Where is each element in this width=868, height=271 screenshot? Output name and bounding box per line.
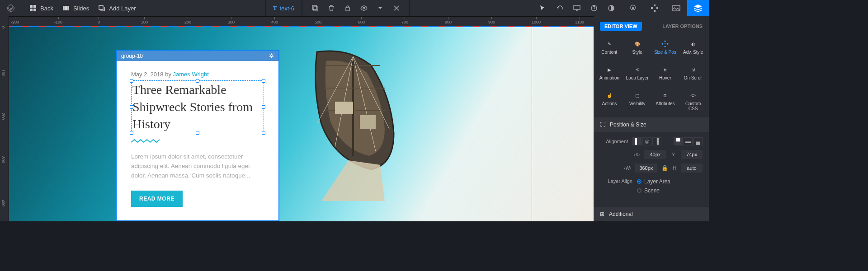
svg-rect-3 [30,9,33,11]
align-right-icon[interactable]: ▐ [652,137,661,145]
top-toolbar: Back Slides Add Layer T text-6 [0,0,709,16]
tab-hover[interactable]: 🖱Hover [651,63,679,83]
radio-scene[interactable]: Scene [637,186,670,195]
property-tabs-row-2: ▶Animation ⟲Loop Layer 🖱Hover ⇲On Scroll [594,59,709,85]
align-left-icon[interactable]: ▌ [632,137,642,145]
svg-rect-2 [33,5,36,8]
move-icon [652,40,679,48]
selected-layer-indicator[interactable]: T text-6 [273,5,294,12]
lock-icon[interactable] [342,3,353,14]
svg-rect-11 [346,8,349,11]
tab-visibility[interactable]: ▢Visibility [623,89,651,114]
undo-icon[interactable] [554,3,565,14]
palette-icon: 🎨 [624,40,651,48]
section-additional[interactable]: ⊞ Additional [594,207,709,221]
headline-text[interactable]: Three Remarkable Shipwreck Stories from … [132,81,263,132]
text-icon: T [273,5,277,12]
resize-handle[interactable] [196,131,199,135]
resize-handle[interactable] [262,79,265,83]
editor-canvas[interactable]: group-10 ✲ May 2, 2018 by James Wright T… [9,26,594,221]
svg-line-26 [317,56,353,124]
settings-panel-icon[interactable] [622,0,644,16]
media-panel-icon[interactable] [665,0,687,16]
tab-size-pos[interactable]: Size & Pos [651,37,679,57]
tab-adv-style[interactable]: ◐Adv. Style [679,37,707,57]
tab-animation[interactable]: ▶Animation [595,63,623,83]
read-more-button[interactable]: READ MORE [131,191,183,207]
loop-icon: ⟲ [624,65,651,74]
resize-handle[interactable] [130,79,133,83]
group-header[interactable]: group-10 ✲ [117,51,278,61]
w-input[interactable] [635,164,657,173]
resize-handle[interactable] [262,131,265,135]
tab-style[interactable]: 🎨Style [623,37,651,57]
radio-unchecked-icon [637,188,642,193]
tab-attributes[interactable]: 🗎Attributes [651,89,679,114]
align-bottom-icon[interactable]: ▄ [693,137,703,145]
code-icon: <> [680,91,706,99]
h-input[interactable] [681,164,703,173]
align-top-icon[interactable]: ▀ [674,137,683,145]
document-icon: 🗎 [652,91,679,99]
meta-author-link[interactable]: James Wright [173,71,209,78]
section-position-size[interactable]: ⛶ Position & Size [594,117,709,132]
delete-icon[interactable] [326,3,337,14]
chevron-down-icon[interactable] [375,3,386,14]
resize-handle[interactable] [130,131,133,135]
slides-button[interactable]: Slides [62,5,89,12]
resize-handle[interactable] [196,79,199,83]
scroll-icon: ⇲ [680,65,706,74]
wordpress-icon[interactable] [7,5,14,12]
grid-icon [29,5,37,12]
slides-icon [62,5,70,12]
navigation-panel-icon[interactable] [644,0,665,16]
text-layer-selection[interactable]: Three Remarkable Shipwreck Stories from … [131,80,264,133]
h-label: H [672,166,676,171]
svg-rect-31 [360,115,376,129]
layer-align-label: Layer Align [600,177,632,184]
group-options-icon[interactable]: ✲ [269,52,274,59]
svg-rect-5 [63,6,65,10]
tab-custom-css[interactable]: <>Custom CSS [679,89,707,114]
svg-rect-9 [312,5,316,9]
tab-loop-layer[interactable]: ⟲Loop Layer [623,63,651,83]
post-meta: May 2, 2018 by James Wright [131,71,264,78]
svg-rect-7 [67,6,69,10]
vertical-ruler: 0100200300400 [0,16,9,221]
lock-aspect-icon[interactable]: 🔒 [661,165,668,171]
property-tabs-row-1: ✎Content 🎨Style Size & Pos ◐Adv. Style [594,33,709,59]
visibility-icon[interactable] [359,3,369,14]
preview-icon[interactable] [571,3,582,14]
back-label: Back [40,5,53,12]
cursor-icon[interactable] [537,3,548,14]
add-layer-icon [98,5,105,12]
svg-line-28 [335,56,353,147]
group-card[interactable]: group-10 ✲ May 2, 2018 by James Wright T… [116,50,279,221]
y-label: Y [670,152,676,157]
radio-checked-icon [637,179,642,184]
horizontal-ruler: -200-10001002003004005006007008009001000… [9,16,594,26]
radio-layer-area[interactable]: Layer Area [637,177,670,186]
copy-icon[interactable] [310,3,321,14]
layers-panel-icon[interactable] [687,0,709,16]
add-layer-button[interactable]: Add Layer [98,5,136,12]
back-button[interactable]: Back [29,5,53,12]
help-icon[interactable] [589,3,599,14]
resize-handle[interactable] [130,105,133,109]
v-align-buttons: ▀ ▬ ▄ [674,137,703,145]
tab-on-scroll[interactable]: ⇲On Scroll [679,63,707,83]
resize-handle[interactable] [262,105,265,109]
selected-layer-name: text-6 [279,5,294,12]
tab-content[interactable]: ✎Content [595,37,623,57]
tab-actions[interactable]: ☝Actions [595,89,623,114]
expand-icon: ⊞ [600,211,604,217]
svg-rect-17 [654,5,656,6]
x-input[interactable] [644,150,666,159]
contrast-icon[interactable] [606,3,617,14]
align-center-icon[interactable]: ◎ [642,137,651,145]
y-input[interactable] [681,150,703,159]
align-middle-icon[interactable]: ▬ [684,137,693,145]
close-icon[interactable] [391,3,402,14]
editor-view-badge[interactable]: EDITOR VIEW [600,22,642,31]
svg-point-16 [632,7,634,9]
